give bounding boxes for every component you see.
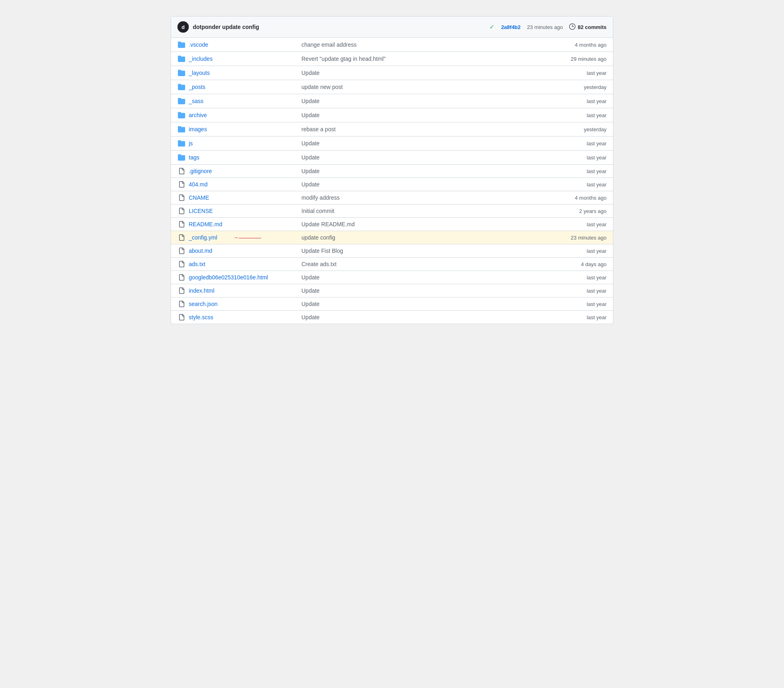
file-name[interactable]: README.md	[189, 221, 293, 227]
timestamp: last year	[546, 221, 607, 227]
svg-text:d: d	[182, 24, 185, 30]
avatar: d	[177, 21, 189, 33]
commit-message: Update	[293, 274, 546, 281]
table-row: googledb06e025310e016e.htmlUpdatelast ye…	[171, 271, 613, 284]
file-name[interactable]: .vscode	[189, 41, 293, 48]
file-icon	[177, 314, 186, 320]
commit-message: Update Fist Blog	[293, 248, 546, 254]
file-icon	[177, 194, 186, 201]
file-icon	[177, 274, 186, 281]
table-row: _postsupdate new postyesterday	[171, 80, 613, 94]
commit-message: Update	[293, 98, 546, 104]
commit-message: change email address	[293, 41, 546, 48]
table-row: index.htmlUpdatelast year	[171, 284, 613, 298]
file-icon	[177, 168, 186, 174]
folder-icon	[177, 55, 186, 62]
file-name[interactable]: about.md	[189, 248, 293, 254]
commit-message: Update	[293, 168, 546, 174]
timestamp: last year	[546, 301, 607, 307]
commit-message: Update	[293, 112, 546, 118]
file-name[interactable]: CNAME	[189, 194, 293, 201]
file-name[interactable]: js	[189, 140, 293, 147]
file-name[interactable]: style.scss	[189, 314, 293, 320]
timestamp: last year	[546, 112, 607, 118]
file-name[interactable]: _posts	[189, 84, 293, 90]
repo-header: d dotponder update config ✓ 2a8f4b2 23 m…	[171, 17, 613, 38]
repo-container: d dotponder update config ✓ 2a8f4b2 23 m…	[171, 16, 613, 324]
table-row: 404.mdUpdatelast year	[171, 178, 613, 191]
timestamp: 4 days ago	[546, 261, 607, 267]
table-row: _config.yml→————update config23 minutes …	[171, 231, 613, 244]
header-left: d dotponder update config	[177, 21, 259, 33]
folder-icon	[177, 126, 186, 133]
commit-message: update new post	[293, 84, 546, 90]
timestamp: 23 minutes ago	[546, 235, 607, 241]
timestamp: last year	[546, 168, 607, 174]
folder-icon	[177, 41, 186, 48]
file-name[interactable]: _sass	[189, 98, 293, 104]
folder-icon	[177, 83, 186, 91]
timestamp: 2 years ago	[546, 208, 607, 214]
table-row: CNAMEmodify address4 months ago	[171, 191, 613, 205]
file-icon	[177, 261, 186, 267]
file-name[interactable]: archive	[189, 112, 293, 118]
commit-message: Initial commit	[293, 208, 546, 214]
folder-icon	[177, 154, 186, 161]
file-name[interactable]: search.json	[189, 301, 293, 307]
timestamp: last year	[546, 288, 607, 294]
commit-message: Update	[293, 70, 546, 76]
table-row: .gitignoreUpdatelast year	[171, 165, 613, 178]
clock-icon	[569, 23, 576, 31]
file-icon	[177, 208, 186, 214]
table-row: search.jsonUpdatelast year	[171, 298, 613, 311]
commits-link[interactable]: 82 commits	[569, 23, 607, 31]
file-name[interactable]: _config.yml→————	[189, 234, 293, 241]
timestamp: last year	[546, 248, 607, 254]
timestamp: last year	[546, 314, 607, 320]
timestamp: 4 months ago	[546, 195, 607, 201]
table-row: _sassUpdatelast year	[171, 94, 613, 108]
folder-icon	[177, 140, 186, 147]
file-icon	[177, 181, 186, 188]
timestamp: last year	[546, 98, 607, 104]
commit-message: Update	[293, 314, 546, 320]
file-icon	[177, 301, 186, 307]
commit-message: Update	[293, 181, 546, 188]
table-row: imagesrebase a postyesterday	[171, 122, 613, 136]
file-icon	[177, 234, 186, 241]
file-name[interactable]: _includes	[189, 56, 293, 62]
table-row: LICENSEInitial commit2 years ago	[171, 205, 613, 218]
file-name[interactable]: tags	[189, 154, 293, 161]
commit-message: modify address	[293, 194, 546, 201]
file-name[interactable]: ads.txt	[189, 261, 293, 267]
commit-message: update config	[293, 234, 546, 241]
file-name[interactable]: googledb06e025310e016e.html	[189, 274, 293, 281]
commit-message: Update	[293, 287, 546, 294]
commit-message: rebase a post	[293, 126, 546, 132]
commits-count[interactable]: 82 commits	[578, 24, 607, 30]
table-row: _layoutsUpdatelast year	[171, 66, 613, 80]
commit-hash[interactable]: 2a8f4b2	[501, 24, 520, 30]
folder-icon	[177, 69, 186, 76]
table-row: jsUpdatelast year	[171, 136, 613, 151]
commit-message: Update README.md	[293, 221, 546, 227]
file-name[interactable]: index.html	[189, 287, 293, 294]
timestamp: 29 minutes ago	[546, 56, 607, 62]
header-right: ✓ 2a8f4b2 23 minutes ago 82 commits	[489, 23, 607, 31]
arrow-indicator: →————	[233, 234, 261, 241]
file-name[interactable]: _layouts	[189, 70, 293, 76]
timestamp: 4 months ago	[546, 42, 607, 48]
file-name[interactable]: .gitignore	[189, 168, 293, 174]
timestamp: last year	[546, 70, 607, 76]
file-name[interactable]: images	[189, 126, 293, 132]
commit-message: Update	[293, 140, 546, 147]
file-name[interactable]: 404.md	[189, 181, 293, 188]
file-icon	[177, 248, 186, 254]
table-row: archiveUpdatelast year	[171, 108, 613, 122]
file-name[interactable]: LICENSE	[189, 208, 293, 214]
commit-time: 23 minutes ago	[527, 24, 563, 30]
table-row: about.mdUpdate Fist Bloglast year	[171, 244, 613, 258]
commit-message: Revert "update gtag in head.html"	[293, 56, 546, 62]
table-row: .vscodechange email address4 months ago	[171, 38, 613, 52]
file-icon	[177, 221, 186, 227]
